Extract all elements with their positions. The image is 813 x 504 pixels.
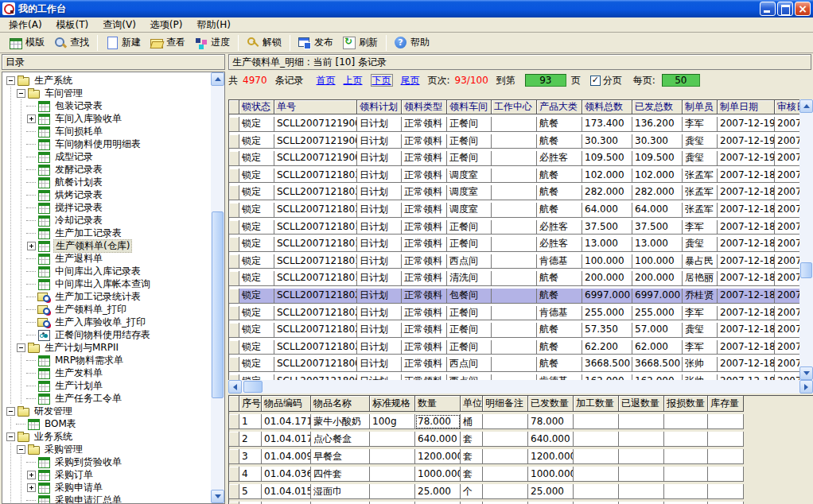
- master-grid-row[interactable]: 锁定SCLL20071218016日计划正常领料西点间肯德基100.000100…: [229, 254, 799, 269]
- collapse-minus-icon[interactable]: [6, 430, 17, 443]
- tree-item[interactable]: 生产退料单: [6, 252, 211, 265]
- tree-item[interactable]: 研发管理: [6, 405, 211, 417]
- link-first-page[interactable]: 首页: [317, 75, 336, 86]
- maximize-button[interactable]: [777, 2, 793, 16]
- tree-item[interactable]: 正餐间物料使用结存表: [6, 328, 211, 341]
- unlock-button[interactable]: 解锁: [242, 34, 286, 52]
- master-grid-row[interactable]: 锁定SCLL20071218033日计划正常领料调度室航餐102.000102.…: [229, 169, 799, 184]
- master-grid-row[interactable]: 锁定SCLL20071218031日计划正常领料调度室航餐282.000282.…: [229, 185, 799, 200]
- tree-item-label[interactable]: 生产退料单: [53, 253, 104, 265]
- tree-item-label[interactable]: 航餐计划表: [53, 176, 104, 188]
- tree-item[interactable]: 生产系统: [6, 74, 211, 87]
- master-grid-row[interactable]: 锁定SCLL20071219004日计划正常领料正餐间航餐173.400136.…: [229, 117, 799, 132]
- tree-item-label[interactable]: 生产任务工令单: [53, 393, 123, 405]
- link-prev-page[interactable]: 上页: [344, 75, 363, 86]
- tree-item[interactable]: 生产任务工令单: [6, 392, 211, 405]
- tree-item[interactable]: 车间损耗单: [6, 125, 211, 138]
- scrollbar-thumb[interactable]: [800, 262, 812, 278]
- tree-item[interactable]: 生产加工记录统计表: [6, 290, 211, 303]
- view-button[interactable]: 查看: [146, 34, 190, 52]
- refresh-button[interactable]: 刷新: [338, 34, 383, 52]
- master-grid-row[interactable]: 锁定SCLL20071218003日计划正常领料西点间肯德基162.000162…: [229, 374, 799, 380]
- tree-item[interactable]: 生产计划单: [6, 379, 211, 392]
- tree-item-label[interactable]: 生产加工记录统计表: [53, 291, 142, 303]
- tree-item[interactable]: 包装记录表: [6, 99, 211, 112]
- master-header-row[interactable]: 锁状态单号领料计划领料类型领料车间工作中心产品大类领料总数已发总数制单员制单日期…: [229, 100, 799, 114]
- tree-item-label[interactable]: 包装记录表: [53, 100, 104, 112]
- tree-item[interactable]: 发酵记录表: [6, 163, 211, 176]
- tree-item-label[interactable]: 冷却记录表: [53, 215, 104, 227]
- tree-item[interactable]: 车间管理: [6, 87, 211, 99]
- tree-item-label[interactable]: 生产计划与MRPII: [43, 342, 120, 354]
- detail-grid-row[interactable]: 101.04.171蒙牛小酸奶100g78.000桶78.000: [229, 414, 744, 429]
- tree-item[interactable]: 烘烤记录表: [6, 188, 211, 201]
- tree-item-label[interactable]: 搅拌记录表: [53, 202, 104, 214]
- new-button[interactable]: 新建: [101, 34, 146, 52]
- collapse-minus-icon[interactable]: [6, 74, 17, 87]
- tree-item-label[interactable]: 烘烤记录表: [53, 189, 104, 201]
- help-button[interactable]: 帮助: [390, 34, 434, 52]
- scrollbar-thumb[interactable]: [243, 381, 263, 393]
- tree-item-label[interactable]: 采购管理: [43, 444, 84, 456]
- tree-item[interactable]: 采购到货验收单: [6, 456, 211, 468]
- master-grid-row[interactable]: 锁定SCLL20071218029日计划正常领料正餐间航餐62.20062.00…: [229, 340, 799, 355]
- tree-item[interactable]: 生产领料单(仓库): [6, 239, 211, 252]
- expand-plus-icon[interactable]: [26, 112, 37, 125]
- master-grid-row[interactable]: 锁定SCLL20071219008日计划正常领料正餐间航餐30.30030.30…: [229, 134, 799, 149]
- tree-item-label[interactable]: 生产系统: [33, 75, 74, 87]
- tree-item-label[interactable]: 生产发料单: [53, 367, 104, 379]
- tree-item[interactable]: 生产入库验收单_打印: [6, 316, 211, 328]
- tree-item[interactable]: 车间入库验收单: [6, 112, 211, 125]
- tree-item[interactable]: BOM表: [6, 417, 211, 430]
- collapse-minus-icon[interactable]: [16, 443, 27, 456]
- tree-item-label[interactable]: 车间损耗单: [53, 126, 104, 138]
- tree-item[interactable]: 成型记录: [6, 150, 211, 163]
- detail-grid-row[interactable]: 401.04.036四件套1000.000套1000.000: [229, 467, 744, 482]
- master-grid-row[interactable]: 锁定SCLL20071218017日计划正常领料清洗间航餐200.000200.…: [229, 271, 799, 286]
- tree-item[interactable]: 生产发料单: [6, 366, 211, 379]
- tree-item[interactable]: 航餐计划表: [6, 176, 211, 188]
- tree-item[interactable]: 车间物料使用明细表: [6, 138, 211, 150]
- paging-checkbox[interactable]: [590, 76, 601, 86]
- template-button[interactable]: 模版: [5, 34, 49, 52]
- scrollbar-thumb[interactable]: [212, 211, 224, 398]
- tree-item-label[interactable]: 车间物料使用明细表: [53, 138, 142, 150]
- collapse-minus-icon[interactable]: [16, 87, 27, 99]
- tree-item[interactable]: MRP物料需求单: [6, 354, 211, 366]
- tree-item-label[interactable]: 生产领料单_打印: [53, 304, 128, 316]
- tree-item[interactable]: 采购申请单: [6, 481, 211, 494]
- publish-button[interactable]: 发布: [294, 34, 338, 52]
- per-page-input[interactable]: 50: [662, 74, 700, 87]
- tree-item-label[interactable]: MRP物料需求单: [53, 355, 125, 366]
- tree-item[interactable]: 采购申请汇总单: [6, 494, 211, 503]
- detail-grid-row[interactable]: 501.04.015湿面巾25.000个25.000: [229, 484, 744, 499]
- tree-item-label[interactable]: 生产加工记录表: [53, 227, 123, 239]
- tree-item[interactable]: 生产领料单_打印: [6, 303, 211, 316]
- minimize-button[interactable]: [760, 2, 776, 16]
- master-grid-row[interactable]: 锁定SCLL20071218032日计划正常领料调度室航餐64.00064.00…: [229, 203, 799, 218]
- expand-plus-icon[interactable]: [26, 239, 37, 252]
- master-grid-row[interactable]: 锁定SCLL20071218022日计划正常领料正餐间肯德基255.000255…: [229, 306, 799, 321]
- expand-plus-icon[interactable]: [26, 468, 37, 481]
- tree-item[interactable]: 业务系统: [6, 430, 211, 443]
- progress-button[interactable]: 进度: [190, 34, 235, 52]
- master-grid-row[interactable]: 锁定SCLL20071218001日计划正常领料西点间航餐3668.500366…: [229, 357, 799, 372]
- tree-item[interactable]: 中间库出入库帐本查询: [6, 277, 211, 290]
- menu-help[interactable]: 帮助(H): [189, 18, 237, 32]
- scroll-up-button[interactable]: [211, 72, 224, 86]
- tree-item[interactable]: 中间库出入库记录表: [6, 265, 211, 277]
- menu-operate[interactable]: 操作(A): [2, 18, 49, 32]
- scroll-down-button[interactable]: [211, 490, 224, 503]
- tree-item-label[interactable]: 车间管理: [43, 87, 84, 99]
- tree-item-label[interactable]: 中间库出入库记录表: [53, 266, 142, 277]
- link-next-page[interactable]: 下页: [371, 74, 393, 87]
- tree-item-label[interactable]: 业务系统: [33, 431, 74, 443]
- tree-item[interactable]: 采购订单: [6, 468, 211, 481]
- scroll-down-button[interactable]: [799, 366, 813, 380]
- tree-item-label[interactable]: 生产入库验收单_打印: [53, 316, 147, 328]
- detail-grid-row[interactable]: 201.04.017点心餐盒640.000套640.000: [229, 432, 744, 447]
- link-last-page[interactable]: 尾页: [401, 75, 420, 86]
- tree-item-label[interactable]: 车间入库验收单: [53, 113, 123, 125]
- master-grid-row[interactable]: 锁定SCLL20071218012日计划正常领料正餐间必胜客37.50037.5…: [229, 220, 799, 235]
- tree-item-label[interactable]: 研发管理: [33, 405, 74, 417]
